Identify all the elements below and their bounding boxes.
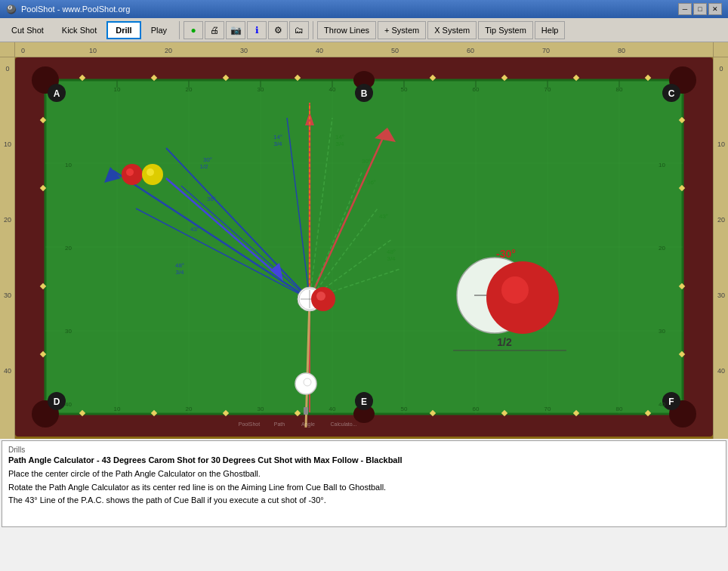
pool-table-svg[interactable]: A C D E F B 10 20 30 40 50 [15, 57, 713, 437]
svg-text:20: 20 [186, 86, 193, 93]
help-button[interactable]: Help [535, 21, 566, 39]
svg-text:60: 60 [467, 47, 474, 54]
info-panel: Drills Path Angle Calculator - 43 Degree… [2, 440, 726, 527]
svg-text:50: 50 [401, 86, 408, 93]
svg-text:40: 40 [329, 86, 336, 93]
svg-text:0: 0 [5, 65, 9, 73]
minimize-button[interactable]: ─ [678, 3, 692, 15]
svg-text:30: 30 [240, 47, 248, 54]
camera-button[interactable]: 📷 [226, 21, 245, 39]
svg-text:10: 10 [717, 140, 725, 148]
svg-text:E: E [361, 397, 367, 407]
green-circle-button[interactable]: ● [184, 21, 203, 39]
x-system-button[interactable]: X System [427, 21, 477, 39]
svg-text:10: 10 [114, 406, 121, 412]
info-section-label: Drills [8, 446, 720, 454]
app-title: PoolShot - www.PoolShot.org [21, 5, 130, 14]
svg-text:20: 20 [65, 245, 72, 252]
ruler-corner-right [713, 42, 728, 57]
svg-text:B: B [361, 88, 368, 99]
svg-text:3/4: 3/4 [387, 255, 396, 262]
svg-point-161 [501, 276, 529, 304]
svg-text:F: F [668, 397, 674, 407]
svg-point-148 [147, 168, 154, 176]
tip-system-button[interactable]: Tip System [478, 21, 533, 39]
pool-table-container[interactable]: A C D E F B 10 20 30 40 50 [15, 57, 713, 439]
svg-text:10: 10 [4, 140, 11, 148]
print-button[interactable]: 🖨 [205, 21, 224, 39]
svg-text:10: 10 [659, 162, 665, 168]
svg-text:30: 30 [717, 292, 725, 299]
menu-bar: Cut Shot Kick Shot Drill Play ● 🖨 📷 ℹ ⚙ … [0, 18, 728, 42]
svg-text:70: 70 [542, 47, 550, 54]
info-button[interactable]: ℹ [247, 21, 267, 39]
svg-text:1/2: 1/2 [497, 336, 512, 348]
throw-lines-button[interactable]: Throw Lines [317, 21, 376, 39]
svg-text:43°: 43° [190, 226, 199, 233]
info-line-2: Rotate the Path Angle Calculator as its … [8, 481, 720, 495]
svg-text:20: 20 [659, 245, 665, 252]
svg-text:36°: 36° [367, 179, 376, 186]
svg-rect-136 [304, 407, 308, 415]
drill-button[interactable]: Drill [106, 21, 140, 39]
svg-text:3/4: 3/4 [335, 140, 344, 147]
svg-text:70: 70 [544, 406, 551, 412]
svg-text:0: 0 [21, 47, 25, 54]
svg-text:10: 10 [114, 86, 121, 93]
info-line-1: Place the center circle of the Path Angl… [8, 468, 720, 481]
play-button[interactable]: Play [143, 21, 175, 39]
folder-button[interactable]: 🗂 [289, 21, 309, 39]
top-ruler: 0 10 20 30 40 50 60 70 80 [15, 42, 713, 57]
svg-text:0: 0 [719, 65, 723, 73]
gear-button[interactable]: ⚙ [268, 21, 288, 39]
separator-1 [179, 21, 180, 39]
svg-text:C: C [668, 88, 675, 99]
svg-text:3/4: 3/4 [175, 269, 184, 276]
info-title: Path Angle Calculator - 43 Degrees Carom… [8, 455, 720, 465]
svg-text:40: 40 [659, 401, 665, 408]
cut-shot-button[interactable]: Cut Shot [3, 21, 52, 39]
svg-text:Calculato...: Calculato... [330, 421, 356, 427]
separator-2 [313, 21, 313, 39]
maximize-button[interactable]: □ [693, 3, 707, 15]
table-main-row: 0 10 20 30 40 [0, 57, 728, 439]
svg-text:30: 30 [65, 328, 72, 335]
svg-text:50: 50 [391, 47, 399, 54]
svg-text:30: 30 [258, 406, 264, 412]
svg-text:36°: 36° [207, 196, 216, 202]
title-bar-left: 🎱 PoolShot - www.PoolShot.org [6, 5, 130, 14]
ruler-row: 0 10 20 30 40 50 60 70 80 [0, 42, 728, 57]
svg-text:50: 50 [401, 406, 408, 412]
app-icon: 🎱 [6, 5, 17, 14]
info-lines: Place the center circle of the Path Angl… [8, 468, 720, 508]
svg-text:A: A [54, 88, 60, 99]
svg-text:Angle: Angle [301, 421, 315, 427]
svg-text:30°: 30° [362, 158, 371, 165]
close-button[interactable]: ✕ [708, 3, 722, 15]
svg-text:40: 40 [329, 406, 336, 412]
svg-text:30: 30 [659, 328, 665, 335]
title-bar-controls[interactable]: ─ □ ✕ [678, 3, 722, 15]
svg-text:60: 60 [473, 406, 480, 412]
svg-text:80: 80 [618, 47, 625, 54]
svg-text:PoolShot: PoolShot [239, 421, 260, 427]
svg-text:80: 80 [616, 406, 623, 412]
plus-system-button[interactable]: + System [378, 21, 426, 39]
svg-text:Path: Path [274, 421, 285, 427]
svg-text:40: 40 [316, 47, 323, 54]
title-bar: 🎱 PoolShot - www.PoolShot.org ─ □ ✕ [0, 0, 728, 18]
kick-shot-button[interactable]: Kick Shot [54, 21, 105, 39]
svg-text:40: 40 [4, 367, 11, 375]
svg-text:30: 30 [258, 86, 264, 93]
svg-text:43°: 43° [379, 213, 388, 220]
svg-point-137 [295, 373, 316, 394]
svg-text:40: 40 [65, 401, 72, 408]
svg-text:80: 80 [616, 86, 623, 93]
ruler-corner [0, 42, 15, 57]
left-ruler: 0 10 20 30 40 [0, 57, 15, 439]
svg-text:20: 20 [165, 47, 172, 54]
svg-text:10: 10 [89, 47, 97, 54]
svg-text:48°: 48° [387, 248, 396, 255]
svg-text:40: 40 [717, 367, 725, 375]
svg-text:1/2: 1/2 [199, 163, 208, 170]
